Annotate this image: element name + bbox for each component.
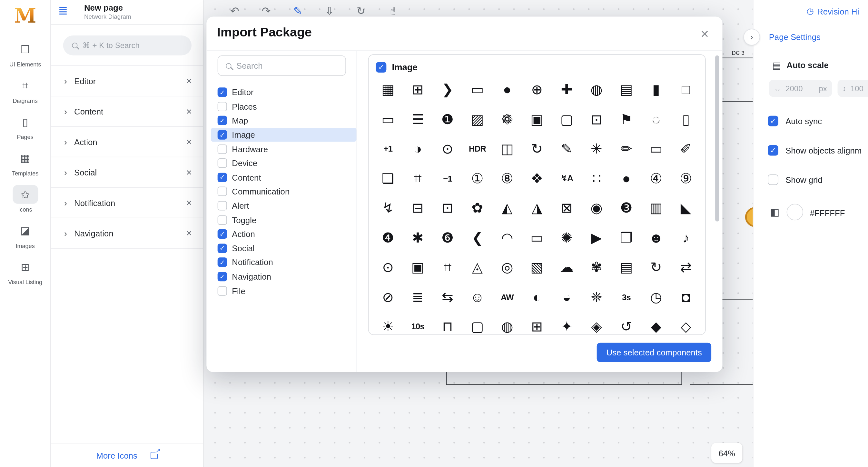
sync-icon[interactable]: ↻ [354,3,368,18]
edit-icon[interactable]: ✐ [671,134,701,163]
wb-auto-icon[interactable]: AW [492,282,522,312]
category-action[interactable]: ✓Action [211,227,356,241]
close-icon[interactable]: ✕ [186,229,192,237]
checkbox-editor[interactable]: ✓ [218,88,227,97]
navigate-next-icon[interactable]: ❯ [433,75,462,104]
checkbox-file[interactable] [218,286,227,295]
category-alert[interactable]: Alert [211,199,356,213]
compare-icon[interactable]: ⇆ [433,282,462,312]
crop-landscape-icon[interactable]: ▭ [462,75,492,104]
flash-auto-icon[interactable]: ↯A [552,163,581,193]
center-focus-strong-icon[interactable]: ⊡ [582,104,611,134]
burst-mode-icon[interactable]: ⊟ [403,193,433,223]
close-icon[interactable]: ✕ [186,198,192,207]
photo-size-select-icon[interactable]: ▥ [641,193,671,223]
brightness-1-icon[interactable]: ● [492,75,522,104]
looks-4-icon[interactable]: ❹ [373,223,403,252]
hdr-on-icon[interactable]: HDR [462,134,492,163]
color-lens-icon[interactable]: ✾ [582,252,611,282]
sidebar-section-social[interactable]: ›Social✕ [51,157,203,188]
page-width-field[interactable]: ↔ 2000 px [769,80,832,97]
filter-tilt-shift-icon[interactable]: ◌ [641,104,671,134]
looks-3-icon[interactable]: ❸ [611,193,641,223]
category-social[interactable]: ✓Social [211,241,356,255]
checkbox-social[interactable]: ✓ [218,244,227,253]
category-places[interactable]: Places [211,99,356,114]
timer-3-icon[interactable]: 3s [611,282,641,312]
crop-icon[interactable]: ⌗ [433,252,462,282]
photo-mountain-icon[interactable]: ◬ [462,252,492,282]
image-alt-icon[interactable]: ▣ [403,252,433,282]
remove-red-eye-icon[interactable]: ◎ [492,252,522,282]
filter-1-icon[interactable]: ① [462,163,492,193]
more-icons-link[interactable]: More Icons [96,450,137,460]
category-device[interactable]: Device [211,156,356,170]
use-selected-components-button[interactable]: Use selected components [597,343,711,362]
add-photo-alternate-icon[interactable]: ✚ [552,75,581,104]
grain-icon[interactable]: ∷ [582,163,611,193]
zoom-level-badge[interactable]: 64% [711,443,742,463]
brightness-medium-icon[interactable]: ◑ [403,134,433,163]
fill-color-swatch[interactable] [787,204,804,221]
rail-item-diagrams[interactable]: ⌗Diagrams [2,76,49,104]
panorama-wide-angle-icon[interactable]: ▯ [671,104,701,134]
app-logo[interactable]: M [14,5,36,26]
texture-icon[interactable]: ▧ [522,252,552,282]
panorama-horizontal-icon[interactable]: ▭ [522,223,552,252]
rail-item-images[interactable]: ◪Images [2,221,49,249]
grid-on-icon[interactable]: ⊞ [403,75,433,104]
rail-item-visual-listing[interactable]: ⊞Visual Listing [2,258,49,286]
modal-search-input[interactable] [236,61,336,70]
crop-free-icon[interactable]: ⌗ [403,163,433,193]
switch-camera-icon[interactable]: ⇄ [671,252,701,282]
close-icon[interactable]: ✕ [186,138,192,146]
pen-icon[interactable]: ✎ [291,3,304,18]
checkbox-auto-sync[interactable]: ✓ [768,116,778,126]
sidebar-search[interactable] [63,35,191,56]
crop-original-icon[interactable]: ▣ [522,104,552,134]
camera-enhance-icon[interactable]: ❖ [522,163,552,193]
category-hardware[interactable]: Hardware [211,142,356,156]
center-focus-weak-icon[interactable]: ⊡ [433,193,462,223]
panorama-icon[interactable]: ▦ [373,75,403,104]
rail-item-pages[interactable]: ▯Pages [2,113,49,141]
checkbox-places[interactable] [218,102,227,111]
tag-faces-icon[interactable]: ☺ [462,282,492,312]
hand-icon[interactable]: ☝ [386,3,399,18]
sidebar-search-input[interactable] [83,41,182,50]
rotate-left-icon[interactable]: ↺ [611,312,641,335]
page-height-field[interactable]: ↕ 100 [838,80,868,97]
camera-alt-icon[interactable]: ⊙ [433,134,462,163]
add-a-photo-icon[interactable]: ⊕ [522,75,552,104]
photo-icon[interactable]: ▢ [552,104,581,134]
colorize-icon[interactable]: ✏ [611,134,641,163]
exposure-neg-1-icon[interactable]: −1 [433,163,462,193]
photo-album-icon[interactable]: ▤ [611,252,641,282]
grid-off-icon[interactable]: ⊠ [552,193,581,223]
checkbox-content[interactable]: ✓ [218,173,227,182]
crop-16-9-icon[interactable]: ▭ [641,134,671,163]
movie-creation-icon[interactable]: ❒ [611,223,641,252]
open-external-icon[interactable] [151,452,158,459]
monochrome-icon[interactable]: ◇ [671,312,701,335]
navigate-before-icon[interactable]: ❮ [462,223,492,252]
looks-6-icon[interactable]: ❻ [433,223,462,252]
camera-icon[interactable]: ✳ [582,134,611,163]
sidebar-section-notification[interactable]: ›Notification✕ [51,188,203,218]
sidebar-section-editor[interactable]: ›Editor✕ [51,66,203,96]
collapse-panel-button[interactable]: › [744,29,760,45]
category-navigation[interactable]: ✓Navigation [211,270,356,284]
photo-library-icon[interactable]: ❏ [373,163,403,193]
redo-icon[interactable]: ↷ [259,3,273,18]
looks-one-icon[interactable]: ❶ [433,104,462,134]
checkbox-device[interactable] [218,158,227,168]
crop-rotate-icon[interactable]: ↻ [522,134,552,163]
category-map[interactable]: ✓Map [211,114,356,128]
revision-history-link[interactable]: ◷ Revision Hi [806,6,859,16]
wb-incandescent-icon[interactable]: ❈ [582,282,611,312]
category-communication[interactable]: Communication [211,185,356,199]
sidebar-section-action[interactable]: ›Action✕ [51,127,203,157]
close-icon[interactable]: ✕ [186,107,192,116]
linked-camera-icon[interactable]: ◈ [582,312,611,335]
checkbox-alert[interactable] [218,201,227,210]
